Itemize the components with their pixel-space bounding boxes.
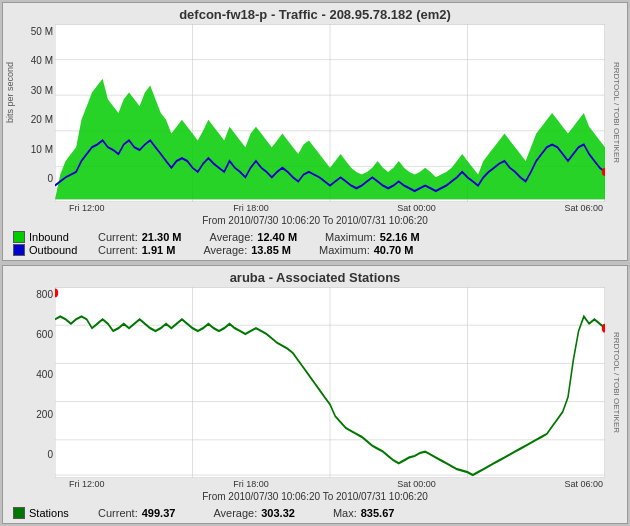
main-container: defcon-fw18-p - Traffic - 208.95.78.182 … bbox=[0, 0, 630, 526]
time-range-1: From 2010/07/30 10:06:20 To 2010/07/31 1… bbox=[3, 214, 627, 229]
outbound-color bbox=[13, 244, 25, 256]
stations-chart bbox=[55, 287, 605, 478]
stations-panel-title: aruba - Associated Stations bbox=[3, 266, 627, 287]
x-axis-1: Fri 12:00 Fri 18:00 Sat 00:00 Sat 06:00 bbox=[69, 202, 603, 214]
traffic-chart bbox=[55, 24, 605, 202]
legend-row-outbound: Outbound Current: 1.91 M Average: 13.85 … bbox=[13, 244, 617, 256]
traffic-panel-title: defcon-fw18-p - Traffic - 208.95.78.182 … bbox=[3, 3, 627, 24]
stations-panel: aruba - Associated Stations 800 600 400 … bbox=[2, 265, 628, 524]
time-range-2: From 2010/07/30 10:06:20 To 2010/07/31 1… bbox=[3, 490, 627, 505]
side-text-2: RRDTOOL / TOBI OETIKER bbox=[605, 287, 627, 478]
y-axis-labels-1: 50 M 40 M 30 M 20 M 10 M 0 bbox=[17, 24, 55, 202]
legend-row-inbound: Inbound Current: 21.30 M Average: 12.40 … bbox=[13, 231, 617, 243]
stations-legend: Stations Current: 499.37 Average: 303.32… bbox=[3, 505, 627, 523]
x-axis-2: Fri 12:00 Fri 18:00 Sat 00:00 Sat 06:00 bbox=[69, 478, 603, 490]
traffic-legend: Inbound Current: 21.30 M Average: 12.40 … bbox=[3, 229, 627, 260]
inbound-color bbox=[13, 231, 25, 243]
legend-row-stations: Stations Current: 499.37 Average: 303.32… bbox=[13, 507, 617, 519]
stations-color bbox=[13, 507, 25, 519]
side-text-1: RRDTOOL / TOBI OETIKER bbox=[605, 24, 627, 202]
y-axis-title-1: bits per second bbox=[3, 24, 17, 162]
traffic-panel: defcon-fw18-p - Traffic - 208.95.78.182 … bbox=[2, 2, 628, 261]
y-axis-labels-2: 800 600 400 200 0 bbox=[5, 287, 55, 478]
